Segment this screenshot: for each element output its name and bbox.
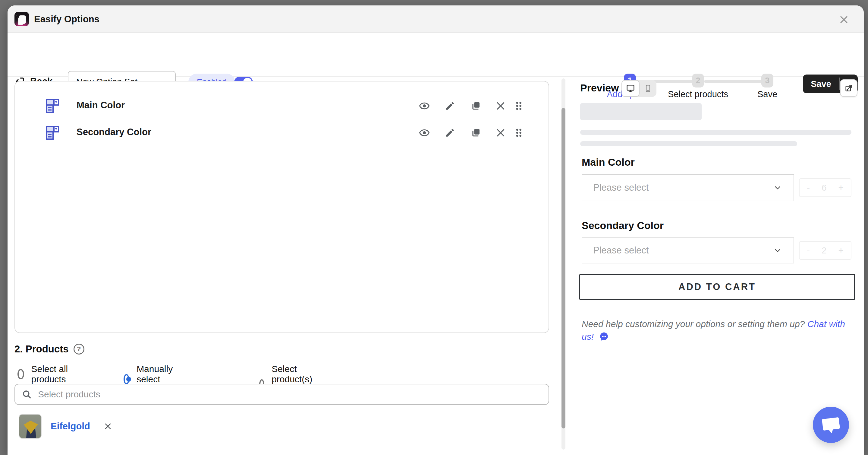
option-name: Main Color [76, 100, 125, 111]
expand-preview-button[interactable] [840, 79, 858, 97]
option-row: Main Color [15, 92, 549, 119]
save-button[interactable]: Save [803, 75, 839, 93]
preview-select-main-color[interactable]: Please select [582, 174, 794, 201]
delete-x-icon[interactable] [495, 100, 506, 112]
option-name: Secondary Color [76, 127, 151, 138]
step-3-badge: 3 [761, 74, 773, 87]
qty-plus-button[interactable]: + [838, 245, 844, 256]
toolbar: Back Enabled 1 2 3 Add options Select pr… [7, 33, 864, 77]
qty-value: 2 [822, 246, 827, 256]
duplicate-icon[interactable] [470, 100, 482, 112]
easify-app-logo-icon [14, 12, 29, 26]
product-search-input[interactable] [38, 389, 542, 399]
close-icon[interactable] [837, 13, 851, 27]
mobile-view-button[interactable] [640, 80, 656, 97]
qty-plus-button[interactable]: + [838, 182, 844, 193]
skeleton-line [580, 130, 851, 135]
skeleton-line [580, 141, 797, 146]
step-2-badge: 2 [692, 74, 704, 87]
preview-eye-icon[interactable] [418, 100, 430, 112]
remove-product-icon[interactable] [103, 422, 113, 431]
preview-field-label: Main Color [582, 156, 635, 168]
product-name-link[interactable]: Eifelgold [51, 421, 90, 432]
edit-pencil-icon[interactable] [444, 127, 456, 139]
drag-handle-icon[interactable] [513, 100, 524, 112]
products-section-heading: 2. Products ? [14, 343, 84, 355]
modal-titlebar: Easify Options [7, 5, 864, 33]
preview-field-label: Secondary Color [582, 220, 664, 231]
skeleton-block [580, 103, 702, 120]
device-toggle [621, 80, 656, 97]
delete-x-icon[interactable] [495, 127, 506, 139]
qty-minus-button[interactable]: - [807, 182, 810, 193]
expand-icon [844, 84, 853, 93]
radio-circle[interactable] [18, 369, 24, 379]
mobile-icon [644, 84, 652, 93]
chat-bubble-tail [828, 428, 835, 433]
drag-handle-icon[interactable] [513, 127, 524, 139]
search-icon [22, 389, 32, 399]
help-question-icon[interactable]: ? [73, 344, 84, 354]
product-thumbnail [19, 414, 41, 439]
radio-circle-checked[interactable] [124, 374, 129, 385]
products-heading-text: 2. Products [14, 343, 69, 355]
qty-minus-button[interactable]: - [807, 245, 810, 256]
dropdown-option-icon [44, 124, 61, 142]
dropdown-option-icon [44, 97, 61, 115]
radio-select-all-products[interactable]: Select all products [18, 364, 70, 385]
chevron-down-icon [772, 245, 783, 256]
selected-product-row: Eifelgold [19, 414, 113, 439]
chat-fab-button[interactable] [813, 407, 849, 443]
help-text: Need help customizing your options or se… [582, 318, 847, 345]
content-scrollbar-thumb[interactable] [561, 108, 565, 428]
add-to-cart-button[interactable]: ADD TO CART [579, 274, 855, 300]
desktop-view-button[interactable] [621, 80, 640, 97]
qty-value: 6 [822, 183, 827, 193]
edit-pencil-icon[interactable] [444, 100, 456, 112]
preview-select-secondary-color[interactable]: Please select [582, 237, 794, 263]
preview-title: Preview [580, 82, 619, 94]
quantity-stepper: - 2 + [799, 241, 851, 260]
quantity-stepper: - 6 + [799, 178, 851, 197]
product-search-box [14, 384, 549, 405]
modal-title: Easify Options [34, 14, 99, 25]
duplicate-icon[interactable] [470, 127, 482, 139]
option-row: Secondary Color [15, 119, 549, 146]
desktop-icon [626, 84, 635, 93]
step-2-label[interactable]: Select products [659, 89, 737, 99]
step-3-label[interactable]: Save [749, 89, 785, 99]
preview-eye-icon[interactable] [418, 127, 430, 139]
easify-options-modal: Easify Options Back Enabled 1 2 3 Add op… [7, 5, 864, 455]
option-list-card: Main Color [14, 81, 549, 333]
stepper-connector [704, 80, 767, 83]
chat-bubble-icon[interactable] [598, 331, 610, 345]
chevron-down-icon [772, 182, 783, 193]
